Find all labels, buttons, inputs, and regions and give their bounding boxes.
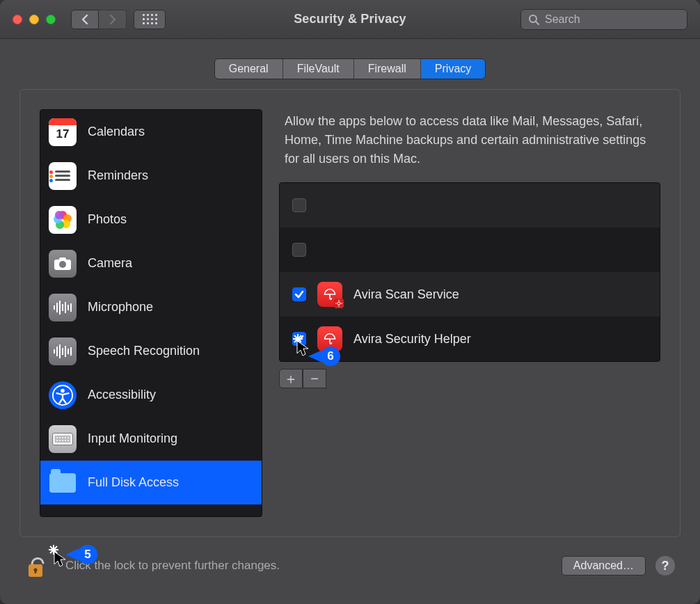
sidebar-item-label: Accessibility xyxy=(88,388,156,402)
system-preferences-window: Security & Privacy General FileVault Fir… xyxy=(0,0,700,604)
sidebar-item-full-disk-access[interactable]: Full Disk Access xyxy=(40,461,262,504)
sidebar-item-accessibility[interactable]: Accessibility xyxy=(40,373,262,417)
sidebar-item-input-monitoring[interactable]: Input Monitoring xyxy=(40,417,262,461)
sidebar-item-label: Calendars xyxy=(88,125,145,139)
cursor-icon xyxy=(53,550,67,569)
unlocked-lock-icon[interactable] xyxy=(25,552,47,580)
permission-checkbox[interactable] xyxy=(292,287,306,301)
sidebar-item-label: Camera xyxy=(88,256,132,271)
content-frame: 17 Calendars Reminders xyxy=(19,89,681,537)
titlebar: Security & Privacy xyxy=(0,0,700,39)
svg-point-6 xyxy=(61,388,65,392)
tab-general[interactable]: General xyxy=(215,59,283,79)
gear-badge-icon xyxy=(334,299,344,308)
keyboard-icon xyxy=(49,425,77,453)
app-permission-list[interactable]: Avira Scan Service Avira Security Helper xyxy=(279,182,660,362)
svg-point-4 xyxy=(59,261,66,268)
footer: 5 Click the lock to prevent further chan… xyxy=(0,537,700,604)
avira-app-icon xyxy=(317,326,342,351)
help-button[interactable]: ? xyxy=(655,556,675,575)
remove-app-button[interactable]: − xyxy=(303,369,326,388)
app-row[interactable] xyxy=(280,228,660,272)
description-text: Allow the apps below to access data like… xyxy=(279,109,660,182)
sidebar-item-label: Input Monitoring xyxy=(88,431,177,446)
avira-app-icon xyxy=(317,282,342,307)
sidebar-item-camera[interactable]: Camera xyxy=(40,241,262,285)
sidebar-item-label: Speech Recognition xyxy=(88,344,200,358)
tab-filevault[interactable]: FileVault xyxy=(283,59,354,79)
chevron-left-icon xyxy=(81,14,89,25)
detail-panel: Allow the apps below to access data like… xyxy=(279,109,660,517)
add-remove-buttons: ＋ − 6 xyxy=(279,369,660,388)
back-button[interactable] xyxy=(71,10,99,29)
minimize-window-button[interactable] xyxy=(29,15,39,24)
search-icon xyxy=(528,14,539,25)
search-input[interactable] xyxy=(545,13,680,26)
window-controls xyxy=(0,15,56,24)
add-app-button[interactable]: ＋ xyxy=(279,369,303,388)
chevron-right-icon xyxy=(109,14,117,25)
calendar-icon: 17 xyxy=(49,118,77,146)
search-field[interactable] xyxy=(520,9,687,30)
sidebar-item-reminders[interactable]: Reminders xyxy=(40,154,262,198)
close-window-button[interactable] xyxy=(13,15,22,24)
tab-firewall[interactable]: Firewall xyxy=(354,59,421,79)
sidebar-item-label: Reminders xyxy=(88,168,148,183)
nav-buttons xyxy=(71,10,127,29)
tab-privacy[interactable]: Privacy xyxy=(421,59,485,79)
sidebar-item-speech-recognition[interactable]: Speech Recognition xyxy=(40,329,262,373)
app-row-avira-helper[interactable]: Avira Security Helper xyxy=(280,317,660,361)
svg-line-1 xyxy=(536,22,539,24)
permission-checkbox[interactable] xyxy=(292,198,306,212)
microphone-icon xyxy=(49,294,77,321)
sidebar-item-label: Photos xyxy=(88,212,127,227)
grid-icon xyxy=(143,14,157,24)
speech-icon xyxy=(49,337,77,365)
permission-checkbox[interactable] xyxy=(292,243,306,257)
tab-bar: General FileVault Firewall Privacy xyxy=(0,39,700,79)
camera-icon xyxy=(49,250,77,278)
sidebar-item-calendars[interactable]: 17 Calendars xyxy=(40,110,262,154)
sidebar-item-microphone[interactable]: Microphone xyxy=(40,285,262,329)
svg-point-7 xyxy=(337,302,340,305)
lock-hint-text: Click the lock to prevent further change… xyxy=(65,559,280,573)
app-row[interactable] xyxy=(280,183,660,228)
advanced-button[interactable]: Advanced… xyxy=(562,556,646,575)
click-spark-icon xyxy=(49,545,58,555)
forward-button[interactable] xyxy=(99,10,127,29)
privacy-category-list[interactable]: 17 Calendars Reminders xyxy=(40,109,262,517)
photos-icon xyxy=(49,206,77,234)
app-name: Avira Security Helper xyxy=(353,332,471,347)
svg-rect-3 xyxy=(59,257,66,261)
reminders-icon xyxy=(49,162,77,190)
show-all-button[interactable] xyxy=(134,10,166,29)
accessibility-icon xyxy=(49,381,77,409)
app-name: Avira Scan Service xyxy=(353,287,459,302)
app-row-avira-scan[interactable]: Avira Scan Service xyxy=(280,272,660,317)
svg-rect-15 xyxy=(35,570,37,573)
sidebar-item-photos[interactable]: Photos xyxy=(40,198,262,241)
sidebar-item-label: Microphone xyxy=(88,300,153,315)
folder-icon xyxy=(49,469,77,497)
sidebar-item-label: Full Disk Access xyxy=(88,475,179,490)
permission-checkbox[interactable] xyxy=(292,332,306,346)
fullscreen-window-button[interactable] xyxy=(46,15,56,24)
